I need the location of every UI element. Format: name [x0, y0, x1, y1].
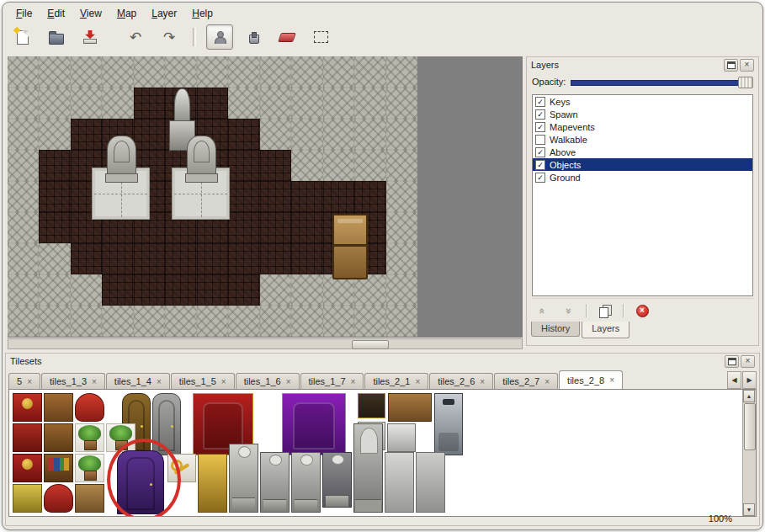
- scrollbar-thumb[interactable]: [352, 340, 389, 349]
- tileset-tile-banner[interactable]: [13, 393, 42, 422]
- tileset-tile[interactable]: [387, 423, 416, 452]
- tileset-vertical-scrollbar[interactable]: ▲ ▼: [742, 390, 756, 516]
- tab-history[interactable]: History: [531, 322, 580, 337]
- new-file-button[interactable]: [9, 24, 36, 50]
- map-object-monument[interactable]: [107, 136, 136, 181]
- opacity-slider[interactable]: [571, 76, 753, 88]
- scroll-up-button[interactable]: ▲: [743, 390, 755, 402]
- tileset-tile[interactable]: [44, 423, 73, 452]
- open-file-button[interactable]: [43, 24, 70, 50]
- scroll-tabs-left-button[interactable]: ◀: [727, 371, 741, 389]
- menu-layer[interactable]: Layer: [145, 7, 183, 22]
- tileset-tile-plant[interactable]: [75, 454, 104, 482]
- tileset-tile-plant[interactable]: [75, 423, 104, 452]
- tileset-tab-tiles_2_6[interactable]: tiles_2_6×: [429, 373, 493, 389]
- scrollbar-thumb[interactable]: [744, 403, 756, 450]
- menu-edit[interactable]: Edit: [40, 7, 72, 22]
- tileset-tile[interactable]: [44, 393, 73, 422]
- tileset-tab-tiles_2_7[interactable]: tiles_2_7×: [494, 373, 558, 389]
- tileset-tile-key[interactable]: [167, 454, 196, 482]
- tileset-tile[interactable]: [13, 423, 42, 452]
- redo-button[interactable]: ↷: [156, 24, 183, 50]
- scroll-down-button[interactable]: ▼: [743, 503, 755, 516]
- eraser-tool-button[interactable]: [274, 24, 300, 50]
- map-horizontal-scrollbar[interactable]: [8, 338, 523, 349]
- layer-checkbox[interactable]: ✓: [535, 160, 545, 170]
- tileset-tab-tiles_1_6[interactable]: tiles_1_6×: [236, 373, 300, 389]
- tileset-tab-tiles_1_3[interactable]: tiles_1_3×: [41, 373, 105, 389]
- tileset-view[interactable]: ▲ ▼: [8, 389, 757, 517]
- layer-checkbox[interactable]: ✓: [535, 147, 545, 157]
- tab-close-icon[interactable]: ×: [545, 377, 550, 386]
- float-panel-button[interactable]: [724, 59, 738, 72]
- tab-close-icon[interactable]: ×: [609, 375, 614, 385]
- tileset-tile[interactable]: [75, 484, 104, 513]
- tileset-tile-books[interactable]: [44, 454, 73, 482]
- move-layer-up-button[interactable]: «: [532, 302, 554, 319]
- tileset-tile-banner[interactable]: [13, 454, 42, 482]
- layer-checkbox[interactable]: ✓: [535, 122, 545, 132]
- undo-button[interactable]: ↶: [122, 24, 149, 50]
- tileset-tile-statue[interactable]: [291, 452, 321, 513]
- close-panel-button[interactable]: ×: [740, 59, 754, 72]
- tab-close-icon[interactable]: ×: [415, 377, 420, 386]
- layer-row-above[interactable]: ✓Above: [533, 146, 752, 158]
- layer-row-walkable[interactable]: Walkable: [533, 133, 752, 146]
- map-object-cabinet[interactable]: [332, 214, 368, 279]
- tileset-tab-tiles_2_8[interactable]: tiles_2_8×: [559, 370, 623, 389]
- close-panel-button[interactable]: ×: [741, 355, 755, 368]
- tab-close-icon[interactable]: ×: [92, 377, 97, 386]
- tileset-tile-armor[interactable]: [434, 393, 463, 455]
- layer-row-mapevents[interactable]: ✓Mapevents: [533, 120, 752, 133]
- layer-row-ground[interactable]: ✓Ground: [533, 171, 752, 184]
- tileset-tile[interactable]: [75, 393, 104, 422]
- tileset-tab-tiles_1_7[interactable]: tiles_1_7×: [300, 373, 364, 389]
- tileset-tile-statue[interactable]: [322, 452, 352, 508]
- tab-close-icon[interactable]: ×: [480, 377, 485, 386]
- tileset-tile-throne[interactable]: [282, 393, 346, 455]
- duplicate-layer-button[interactable]: [594, 302, 616, 319]
- layer-checkbox[interactable]: ✓: [535, 173, 545, 183]
- layer-row-spawn[interactable]: ✓Spawn: [533, 108, 752, 120]
- tileset-tile-statue[interactable]: [260, 452, 290, 513]
- tileset-tile[interactable]: [388, 393, 432, 422]
- save-file-button[interactable]: [77, 24, 104, 50]
- select-tool-button[interactable]: [307, 24, 334, 50]
- tab-close-icon[interactable]: ×: [157, 377, 162, 386]
- menu-file[interactable]: File: [9, 7, 39, 22]
- tileset-tile[interactable]: [198, 454, 227, 513]
- layer-checkbox[interactable]: ✓: [535, 109, 545, 120]
- map-object-monument[interactable]: [187, 136, 216, 181]
- menu-view[interactable]: View: [73, 7, 109, 22]
- tab-close-icon[interactable]: ×: [351, 377, 356, 386]
- map-canvas[interactable]: [8, 56, 523, 338]
- tileset-tile[interactable]: [416, 452, 445, 513]
- tab-layers[interactable]: Layers: [582, 322, 630, 338]
- float-panel-button[interactable]: [725, 355, 739, 368]
- layer-checkbox[interactable]: [535, 135, 545, 145]
- fill-tool-button[interactable]: [240, 24, 267, 50]
- scroll-tabs-right-button[interactable]: ▶: [742, 371, 757, 389]
- tab-close-icon[interactable]: ×: [286, 377, 291, 386]
- layer-checkbox[interactable]: ✓: [535, 97, 545, 107]
- tileset-tile-door[interactable]: [152, 393, 181, 455]
- tileset-tab-5[interactable]: 5×: [8, 373, 40, 389]
- tileset-tile[interactable]: [13, 484, 42, 513]
- stamp-tool-button[interactable]: [206, 24, 233, 50]
- tab-close-icon[interactable]: ×: [27, 377, 32, 386]
- menu-map[interactable]: Map: [110, 7, 143, 22]
- tab-close-icon[interactable]: ×: [221, 377, 226, 386]
- tileset-tile-door[interactable]: [117, 450, 164, 514]
- tileset-tile-monument[interactable]: [353, 423, 383, 513]
- tileset-tile-plant[interactable]: [106, 423, 135, 452]
- layer-row-objects[interactable]: ✓Objects: [533, 158, 752, 171]
- opacity-slider-handle[interactable]: [738, 77, 753, 88]
- tileset-tile[interactable]: [385, 452, 414, 513]
- tileset-tile-statue[interactable]: [229, 444, 258, 513]
- tileset-tab-tiles_1_4[interactable]: tiles_1_4×: [106, 373, 170, 389]
- tileset-tile[interactable]: [358, 393, 385, 418]
- layer-row-keys[interactable]: ✓Keys: [533, 95, 752, 108]
- move-layer-down-button[interactable]: «: [557, 302, 579, 319]
- tileset-tab-tiles_1_5[interactable]: tiles_1_5×: [171, 373, 235, 389]
- tileset-tile[interactable]: [44, 484, 73, 513]
